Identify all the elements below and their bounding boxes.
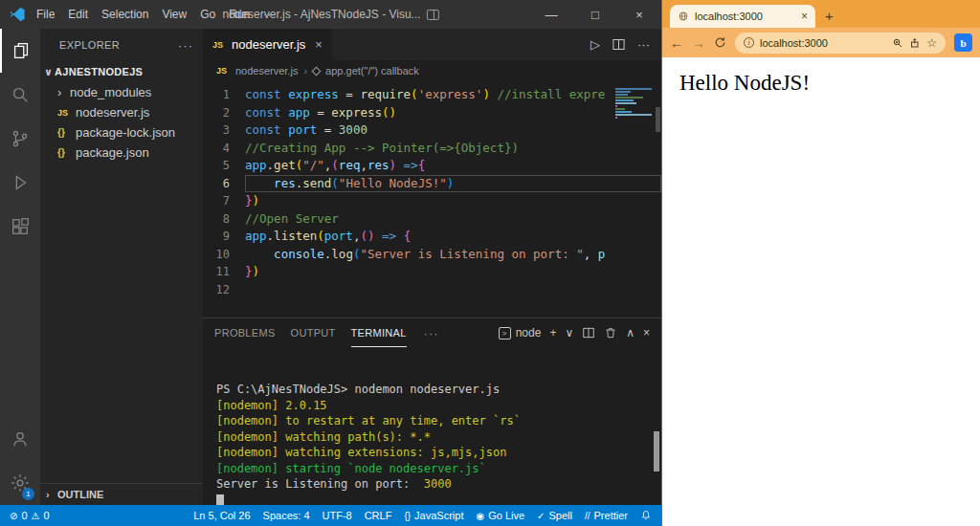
forward-button[interactable]: → — [692, 36, 705, 50]
menu-item-view[interactable]: View — [155, 0, 193, 29]
maximize-button[interactable]: □ — [573, 0, 617, 29]
terminal-line: [nodemon] watching path(s): *.* — [216, 429, 661, 446]
shell-selector[interactable]: > node — [499, 326, 542, 340]
minimap-line — [615, 108, 625, 110]
code-line[interactable]: 10 console.log("Server is Listening on p… — [203, 246, 661, 264]
line-number: 9 — [203, 228, 245, 246]
code-text: const app = express() — [245, 104, 661, 122]
line-number: 5 — [203, 157, 245, 175]
split-editor-icon[interactable] — [612, 37, 626, 52]
terminal-scrollbar[interactable] — [654, 431, 659, 471]
file-name: nodeserver.js — [76, 105, 149, 120]
panel-actions: > node + ∨ ∧ × — [499, 326, 650, 340]
panel-tab-output[interactable]: OUTPUT — [291, 318, 336, 347]
code-text: app.get("/",(req,res) =>{ — [245, 157, 661, 175]
kill-terminal-icon[interactable] — [604, 326, 617, 340]
terminal-line: Server is Listening on port: 3000 — [216, 476, 661, 493]
customize-layout-icon[interactable] — [427, 10, 439, 20]
bing-sidebar-icon[interactable]: b — [954, 33, 972, 52]
activity-bar: 1 — [0, 29, 40, 505]
tree-item-package-lock-json[interactable]: {}package-lock.json — [40, 122, 203, 142]
menu-item-selection[interactable]: Selection — [95, 0, 155, 29]
run-debug-icon[interactable] — [0, 161, 40, 205]
new-terminal-icon[interactable]: + — [549, 326, 556, 340]
breadcrumb-file[interactable]: nodeserver.js — [235, 65, 298, 77]
status-encoding[interactable]: UTF-8 — [323, 510, 352, 521]
close-button[interactable]: × — [617, 0, 661, 29]
browser-tab-close-icon[interactable]: × — [801, 10, 808, 23]
code-text: console.log("Server is Listening on port… — [245, 246, 661, 264]
address-bar[interactable]: i localhost:3000 ☆ — [735, 33, 946, 54]
line-number: 8 — [203, 210, 245, 229]
problems-indicator[interactable]: ⊘ 0 ⚠ 0 — [10, 510, 50, 521]
status-language-mode[interactable]: {}JavaScript — [404, 510, 463, 521]
breadcrumb-symbol[interactable]: app.get("/") callback — [325, 65, 419, 77]
minimap-line — [615, 94, 628, 96]
json-file-icon: {} — [57, 147, 71, 158]
menu-item-go[interactable]: Go — [193, 0, 222, 29]
workspace-root[interactable]: ∨ AJNESTNODEJS — [40, 61, 203, 82]
code-line[interactable]: 1const express = require('express') //in… — [203, 86, 661, 104]
favorites-star-icon[interactable]: ☆ — [926, 36, 937, 50]
panel-tab-terminal[interactable]: TERMINAL — [351, 318, 407, 347]
minimap-line — [615, 99, 634, 101]
minimize-button[interactable]: — — [529, 0, 573, 29]
code-line[interactable]: 3const port = 3000 — [203, 121, 661, 140]
menu-item-file[interactable]: File — [30, 0, 61, 29]
panel-more-icon[interactable]: ··· — [424, 326, 439, 340]
status-eol[interactable]: CRLF — [365, 510, 392, 521]
account-icon[interactable] — [0, 417, 40, 461]
extensions-icon[interactable] — [0, 205, 40, 249]
code-line[interactable]: 8//Open Server — [203, 210, 661, 229]
new-tab-button[interactable]: + — [825, 9, 834, 23]
refresh-button[interactable] — [714, 36, 726, 49]
editor-scrollbar[interactable] — [656, 107, 660, 132]
tree-item-nodeserver-js[interactable]: JSnodeserver.js — [40, 102, 203, 122]
terminal-line — [216, 493, 661, 506]
minimap[interactable] — [613, 86, 654, 124]
maximize-panel-icon[interactable]: ∧ — [626, 326, 635, 340]
line-number: 12 — [203, 281, 245, 299]
window-title-text: nodeserver.js - AjNesTNodeJS - Visu... — [222, 8, 420, 21]
menu-item-edit[interactable]: Edit — [61, 0, 95, 29]
zoom-icon[interactable] — [892, 37, 903, 49]
code-line[interactable]: 11}) — [203, 263, 661, 281]
editor-tab-nodeserver[interactable]: JS nodeserver.js × — [203, 29, 332, 60]
code-line[interactable]: 6 res.send("Hello NodeJS!") — [203, 175, 661, 193]
explorer-icon[interactable] — [0, 29, 40, 73]
url-text[interactable]: localhost:3000 — [760, 37, 886, 49]
sidebar-more-icon[interactable]: ··· — [178, 38, 193, 53]
terminal[interactable]: PS C:\AjNesTNodeJS> nodemon nodeserver.j… — [203, 347, 661, 505]
status-cursor-position[interactable]: Ln 5, Col 26 — [193, 510, 250, 521]
search-icon[interactable] — [0, 73, 40, 117]
tree-item-package-json[interactable]: {}package.json — [40, 142, 203, 163]
code-line[interactable]: 5app.get("/",(req,res) =>{ — [203, 157, 661, 175]
status-go-live[interactable]: ◉Go Live — [476, 510, 524, 521]
terminal-dropdown-icon[interactable]: ∨ — [565, 326, 573, 340]
code-editor[interactable]: 1const express = require('express') //in… — [203, 81, 661, 318]
source-control-icon[interactable] — [0, 117, 40, 161]
settings-gear-icon[interactable]: 1 — [0, 461, 40, 505]
notifications-bell-icon[interactable] — [640, 510, 652, 521]
browser-tab[interactable]: localhost:3000 × — [670, 5, 815, 28]
code-line[interactable]: 7}) — [203, 192, 661, 210]
outline-section[interactable]: › OUTLINE — [40, 483, 203, 505]
editor-more-icon[interactable]: ··· — [637, 37, 650, 52]
panel-tab-problems[interactable]: PROBLEMS — [214, 318, 276, 347]
split-terminal-icon[interactable] — [582, 326, 595, 340]
tree-item-node-modules[interactable]: ›node_modules — [40, 82, 203, 102]
code-line[interactable]: 2const app = express() — [203, 104, 661, 122]
minimap-line — [615, 97, 643, 99]
back-button[interactable]: ← — [670, 36, 683, 50]
tab-close-icon[interactable]: × — [315, 37, 323, 52]
status-indentation[interactable]: Spaces: 4 — [263, 510, 310, 521]
status-prettier[interactable]: //Prettier — [585, 510, 628, 521]
code-line[interactable]: 9app.listen(port,() => { — [203, 228, 661, 246]
site-info-icon[interactable]: i — [744, 37, 754, 48]
share-icon[interactable] — [909, 37, 921, 49]
close-panel-icon[interactable]: × — [643, 326, 650, 340]
run-file-icon[interactable]: ▷ — [590, 37, 600, 52]
status-spell[interactable]: ✓Spell — [537, 510, 572, 521]
code-line[interactable]: 12 — [203, 281, 661, 299]
code-line[interactable]: 4//Creating App --> Pointer(=>{Object}) — [203, 140, 661, 158]
